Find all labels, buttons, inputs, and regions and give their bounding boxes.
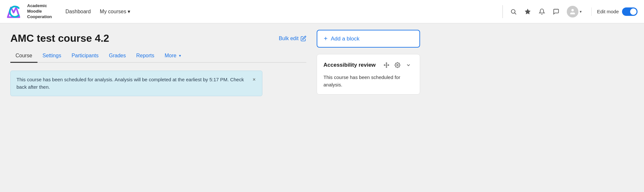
course-tabs: Course Settings Participants Grades Repo… [10, 50, 306, 63]
add-block-button[interactable]: + Add a block [317, 30, 420, 48]
bulk-edit-label: Bulk edit [279, 36, 299, 41]
svg-line-2 [515, 13, 516, 14]
block-move-button[interactable] [382, 60, 391, 70]
bulk-edit-button[interactable]: Bulk edit [279, 36, 306, 41]
navbar-nav: Dashboard My courses ▾ [62, 6, 500, 17]
tab-more[interactable]: More ▾ [159, 50, 186, 63]
block-body: This course has been scheduled for analy… [323, 74, 413, 88]
messages-button[interactable] [550, 6, 562, 18]
user-menu[interactable]: ▾ [564, 5, 584, 19]
block-settings-button[interactable] [393, 60, 402, 70]
nav-my-courses[interactable]: My courses ▾ [96, 6, 134, 17]
add-block-label: Add a block [331, 36, 360, 42]
my-courses-chevron-icon: ▾ [128, 8, 130, 15]
svg-point-7 [397, 64, 398, 66]
nav-dashboard[interactable]: Dashboard [62, 6, 95, 17]
sidebar-panel: + Add a block Accessibility review [317, 23, 427, 192]
page-title: AMC test course 4.2 [10, 32, 109, 44]
search-button[interactable] [507, 6, 520, 18]
navbar-right: ▾ Edit mode [500, 5, 638, 19]
move-icon [384, 62, 389, 68]
block-header: Accessibility review [323, 60, 413, 70]
tab-settings[interactable]: Settings [37, 50, 67, 63]
edit-mode-area: Edit mode [591, 7, 638, 16]
user-chevron-icon: ▾ [580, 9, 582, 14]
star-icon [524, 8, 531, 15]
notification-banner: This course has been scheduled for analy… [10, 71, 262, 96]
edit-pencil-icon [301, 36, 306, 41]
block-actions [382, 60, 413, 70]
user-icon [569, 8, 576, 15]
toggle-slider [622, 7, 638, 16]
page-layout: AMC test course 4.2 Bulk edit Course Set… [0, 23, 644, 192]
gear-icon [395, 62, 400, 68]
search-icon [510, 8, 517, 15]
notification-text: This course has been scheduled for analy… [16, 76, 248, 91]
brand-text: Academic Moodle Cooperation [27, 3, 52, 20]
edit-mode-label: Edit mode [597, 9, 619, 14]
notifications-button[interactable] [536, 6, 548, 18]
accessibility-review-block: Accessibility review [317, 54, 420, 95]
block-collapse-button[interactable] [404, 60, 413, 70]
chevron-down-icon [406, 62, 411, 68]
tab-more-chevron-icon: ▾ [179, 53, 181, 58]
svg-point-1 [512, 9, 515, 13]
brand: Academic Moodle Cooperation [6, 3, 52, 20]
notification-close-button[interactable]: × [252, 76, 256, 83]
block-title: Accessibility review [323, 62, 376, 68]
svg-point-4 [572, 9, 574, 11]
nav-separator [502, 5, 503, 18]
tab-course[interactable]: Course [10, 50, 37, 63]
svg-marker-3 [525, 9, 531, 14]
tab-participants[interactable]: Participants [66, 50, 104, 63]
navbar: Academic Moodle Cooperation Dashboard My… [0, 0, 644, 23]
brand-logo-icon [6, 3, 24, 20]
tab-grades[interactable]: Grades [104, 50, 131, 63]
avatar [567, 6, 578, 17]
tab-more-label: More [164, 53, 176, 59]
tab-reports[interactable]: Reports [131, 50, 159, 63]
edit-mode-toggle[interactable] [622, 7, 638, 16]
bookmarks-button[interactable] [522, 6, 534, 18]
page-header: AMC test course 4.2 Bulk edit [10, 32, 306, 44]
main-content: AMC test course 4.2 Bulk edit Course Set… [0, 23, 317, 192]
bell-icon [539, 8, 545, 15]
add-block-plus-icon: + [324, 35, 328, 42]
chat-icon [553, 8, 559, 15]
